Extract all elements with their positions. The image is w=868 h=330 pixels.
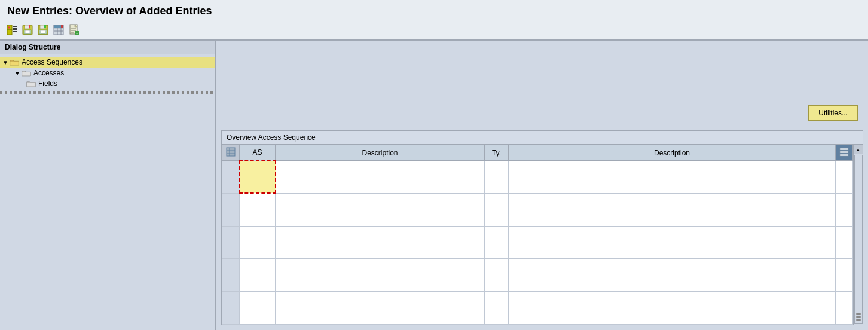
dialog-structure-header: Dialog Structure [0, 41, 215, 54]
tree-item-accesses[interactable]: ▼ Accesses [0, 68, 215, 78]
save-green-button[interactable] [36, 23, 50, 37]
svg-rect-29 [227, 148, 235, 156]
svg-rect-21 [61, 25, 63, 28]
tree-label-accesses: Accesses [33, 69, 64, 77]
ty-cell-1 [485, 161, 509, 194]
col-header-desc2: Description [509, 145, 836, 161]
toolbar: + [0, 20, 868, 41]
as-cell-active[interactable] [240, 161, 276, 194]
scrollbar-up-arrow[interactable]: ▲ [854, 145, 863, 154]
left-panel: Dialog Structure ▼ Access Sequences ▼ [0, 41, 216, 330]
svg-rect-35 [840, 154, 848, 156]
svg-rect-34 [840, 151, 848, 153]
tree-item-access-sequences[interactable]: ▼ Access Sequences [0, 57, 215, 68]
settings-cell-1 [836, 161, 853, 194]
folder-icon-access-sequences [10, 58, 19, 66]
scrollbar-dot [856, 316, 861, 318]
svg-rect-9 [25, 30, 30, 33]
doc-button[interactable]: + [67, 23, 81, 37]
utilities-button[interactable]: Utilities... [808, 105, 858, 121]
row-num-cell [222, 161, 240, 194]
svg-rect-12 [40, 25, 45, 29]
svg-rect-1 [7, 30, 12, 35]
desc2-cell-1 [509, 161, 836, 194]
desc2-cell-5 [509, 292, 836, 325]
as-cell-4 [240, 259, 276, 292]
row-num-cell [222, 259, 240, 292]
page-title: New Entries: Overview of Added Entries [7, 5, 861, 17]
left-panel-bottom-indicator [0, 91, 215, 94]
desc1-cell-1 [276, 161, 485, 194]
scrollbar-dot [856, 319, 861, 321]
ty-cell-3 [485, 226, 509, 259]
desc2-cell-3 [509, 226, 836, 259]
col-header-desc1: Description [276, 145, 485, 161]
data-table: AS Description Ty. Description [222, 145, 853, 325]
table-header-row: AS Description Ty. Description [222, 145, 853, 161]
table-scrollbar: ▲ [853, 145, 863, 325]
folder-icon-accesses [22, 69, 31, 77]
tree-arrow-accesses: ▼ [14, 70, 20, 77]
save-red-button[interactable] [20, 23, 35, 37]
table-wrapper: AS Description Ty. Description [222, 145, 863, 325]
table-row [222, 193, 853, 226]
col-header-ty: Ty. [485, 145, 509, 161]
as-cell-5 [240, 292, 276, 325]
desc1-cell-2 [276, 193, 485, 226]
content-area: Dialog Structure ▼ Access Sequences ▼ [0, 41, 868, 330]
row-num-cell [222, 193, 240, 226]
table-body [222, 161, 853, 325]
right-panel: Utilities... Overview Access Sequence [216, 41, 868, 330]
row-num-cell [222, 226, 240, 259]
settings-cell-4 [836, 259, 853, 292]
svg-rect-33 [840, 148, 848, 150]
desc1-cell-4 [276, 259, 485, 292]
table-row [222, 161, 853, 194]
edit-button[interactable] [5, 23, 19, 37]
scrollbar-dot [856, 313, 861, 315]
settings-cell-5 [836, 292, 853, 325]
desc1-cell-3 [276, 226, 485, 259]
svg-rect-15 [44, 25, 46, 28]
col-header-as: AS [240, 145, 276, 161]
table-title: Overview Access Sequence [222, 131, 863, 145]
ty-cell-2 [485, 193, 509, 226]
scrollbar-dots [856, 313, 861, 321]
ty-cell-5 [485, 292, 509, 325]
svg-rect-10 [29, 25, 30, 28]
svg-rect-7 [25, 25, 29, 29]
tree-label-access-sequences: Access Sequences [22, 58, 82, 66]
table-button[interactable] [51, 23, 66, 37]
ty-cell-4 [485, 259, 509, 292]
table-container: Overview Access Sequence [221, 130, 863, 325]
col-header-rownum [222, 145, 240, 161]
tree-label-fields: Fields [38, 80, 57, 88]
svg-rect-14 [41, 30, 45, 33]
tree-container: ▼ Access Sequences ▼ Accesses [0, 54, 215, 91]
as-cell-2 [240, 193, 276, 226]
title-bar: New Entries: Overview of Added Entries [0, 0, 868, 20]
table-row [222, 226, 853, 259]
as-cell-3 [240, 226, 276, 259]
main-container: New Entries: Overview of Added Entries [0, 0, 868, 330]
desc1-cell-5 [276, 292, 485, 325]
tree-item-fields[interactable]: Fields [0, 78, 215, 89]
table-row [222, 259, 853, 292]
desc2-cell-4 [509, 259, 836, 292]
desc2-cell-2 [509, 193, 836, 226]
table-row [222, 292, 853, 325]
settings-cell-3 [836, 226, 853, 259]
svg-text:+: + [76, 32, 78, 35]
col-settings-header[interactable] [836, 145, 853, 161]
scrollbar-track[interactable] [854, 155, 863, 324]
settings-cell-2 [836, 193, 853, 226]
tree-arrow-access-sequences: ▼ [2, 59, 8, 66]
row-num-cell [222, 292, 240, 325]
folder-icon-fields [26, 80, 36, 88]
as-input-active[interactable] [240, 172, 275, 182]
